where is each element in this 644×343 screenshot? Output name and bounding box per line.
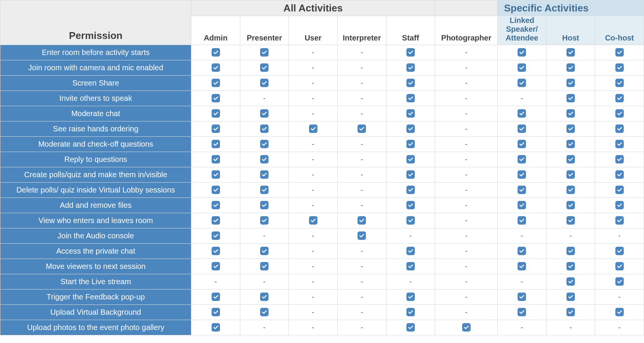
- check-icon: [518, 79, 526, 87]
- check-icon: [566, 277, 575, 286]
- permission-value: [386, 290, 435, 305]
- table-row: See raise hands ordering-: [0, 121, 644, 137]
- permission-value: [386, 320, 435, 335]
- dash-icon: -: [570, 231, 572, 240]
- permission-label: View who enters and leaves room: [0, 213, 191, 228]
- permission-value: -: [337, 60, 386, 76]
- permission-value: -: [337, 183, 386, 198]
- role-header-admin: Admin: [191, 16, 240, 45]
- check-icon: [518, 125, 526, 133]
- check-icon: [260, 48, 269, 57]
- permission-value: [595, 213, 644, 228]
- permission-value: [498, 121, 547, 137]
- permission-value: -: [337, 198, 386, 213]
- permission-value: -: [337, 305, 386, 320]
- role-header-staff: Staff: [386, 16, 435, 45]
- dash-icon: -: [263, 323, 266, 332]
- permission-value: -: [435, 152, 498, 167]
- check-icon: [518, 262, 526, 270]
- dash-icon: -: [312, 231, 314, 240]
- permission-label: Add and remove files: [0, 198, 191, 213]
- dash-icon: -: [312, 247, 314, 255]
- check-icon: [566, 79, 575, 87]
- dash-icon: -: [361, 247, 363, 255]
- permission-value: -: [337, 290, 386, 305]
- check-icon: [518, 186, 526, 194]
- permission-label: Reply to questions: [0, 152, 191, 167]
- check-icon: [615, 109, 624, 118]
- check-icon: [518, 293, 526, 301]
- permission-value: [498, 152, 547, 167]
- check-icon: [260, 155, 269, 163]
- check-icon: [615, 140, 624, 148]
- permission-value: [191, 228, 240, 244]
- check-icon: [406, 201, 415, 209]
- permissions-body: Enter room before activity starts---Join…: [0, 45, 644, 335]
- role-header-photographer: Photographer: [435, 16, 498, 45]
- permission-value: [386, 183, 435, 198]
- permission-value: [498, 183, 547, 198]
- permission-value: -: [435, 106, 498, 121]
- dash-icon: -: [312, 201, 314, 209]
- dash-icon: -: [361, 140, 363, 148]
- permission-value: [191, 45, 240, 60]
- check-icon: [212, 48, 220, 57]
- dash-icon: -: [263, 277, 266, 286]
- check-icon: [212, 155, 220, 163]
- permission-value: [240, 137, 289, 152]
- permission-value: [191, 167, 240, 183]
- table-row: Access the private chat---: [0, 244, 644, 259]
- permission-value: -: [289, 76, 338, 91]
- permission-value: [546, 45, 595, 60]
- permission-value: [546, 213, 595, 228]
- permission-value: [386, 213, 435, 228]
- check-icon: [358, 216, 366, 225]
- check-icon: [212, 323, 220, 332]
- dash-icon: -: [361, 170, 363, 179]
- check-icon: [406, 186, 415, 194]
- check-icon: [212, 109, 220, 118]
- permission-value: [191, 60, 240, 76]
- dash-icon: -: [312, 170, 314, 179]
- permission-value: -: [435, 121, 498, 137]
- dash-icon: -: [361, 262, 363, 270]
- check-icon: [212, 247, 220, 255]
- permission-value: [386, 76, 435, 91]
- dash-icon: -: [361, 155, 363, 163]
- permission-value: [386, 198, 435, 213]
- check-icon: [260, 170, 269, 179]
- permission-value: [289, 213, 338, 228]
- check-icon: [212, 63, 220, 72]
- dash-icon: -: [521, 323, 523, 332]
- permission-label: Moderate and check-off questions: [0, 137, 191, 152]
- permission-value: [240, 106, 289, 121]
- table-row: Move viewers to next session---: [0, 259, 644, 274]
- permission-value: [240, 290, 289, 305]
- dash-icon: -: [521, 231, 523, 240]
- permission-value: -: [435, 183, 498, 198]
- permission-label: Trigger the Feedback pop-up: [0, 290, 191, 305]
- check-icon: [615, 216, 624, 225]
- dash-icon: -: [312, 262, 314, 270]
- check-icon: [566, 155, 575, 163]
- check-icon: [212, 186, 220, 194]
- check-icon: [406, 94, 415, 102]
- check-icon: [406, 109, 415, 118]
- permission-value: -: [498, 274, 547, 290]
- permission-value: [546, 244, 595, 259]
- permission-value: [240, 259, 289, 274]
- table-row: Join the Audio console-------: [0, 228, 644, 244]
- check-icon: [406, 48, 415, 57]
- permission-value: -: [386, 274, 435, 290]
- check-icon: [566, 140, 575, 148]
- permission-value: -: [289, 91, 338, 106]
- permission-value: [386, 106, 435, 121]
- permission-value: [498, 106, 547, 121]
- check-icon: [615, 155, 624, 163]
- permission-value: -: [435, 167, 498, 183]
- permission-value: [546, 121, 595, 137]
- group-specific-activities: Specific Activities: [498, 0, 595, 16]
- permission-value: [337, 213, 386, 228]
- permission-value: -: [289, 137, 338, 152]
- check-icon: [260, 293, 269, 301]
